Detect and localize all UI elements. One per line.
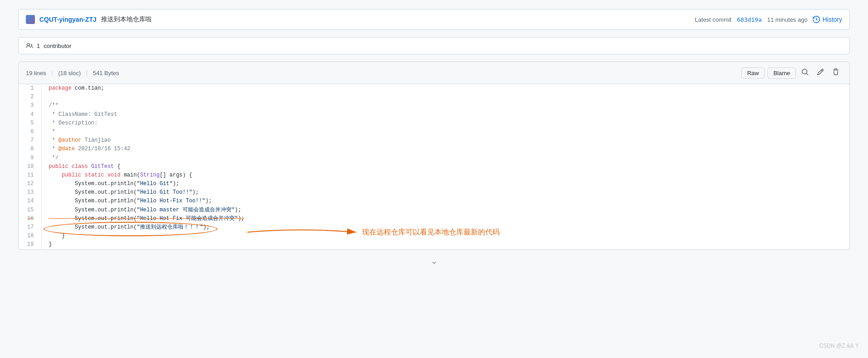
table-row: 7 * @author Tianjiao: [19, 136, 849, 145]
line-number: 5: [19, 119, 41, 128]
table-row: 10public class GitTest {: [19, 162, 849, 171]
line-number: 14: [19, 197, 41, 205]
line-code: System.out.println("Hello master 可能会造成合并…: [41, 206, 849, 215]
code-meta: 19 lines | (18 sloc) | 541 Bytes: [26, 70, 119, 76]
table-row: 11 public static void main(String[] args…: [19, 171, 849, 180]
line-number: 6: [19, 128, 41, 136]
line-number: 4: [19, 110, 41, 119]
line-number: 3: [19, 101, 41, 110]
commit-message: 推送到本地仓库啦: [101, 15, 152, 24]
line-code: public static void main(String[] args) {: [41, 171, 849, 180]
line-number: 18: [19, 232, 41, 240]
code-actions: Raw Blame: [741, 67, 842, 79]
line-code: *: [41, 128, 849, 136]
table-row: 4 * ClassName: GitTest: [19, 110, 849, 119]
table-row: 12 System.out.println("Hello Git");: [19, 180, 849, 188]
line-code: /**: [41, 101, 849, 110]
table-row: 13 System.out.println("Hello Git Too!!")…: [19, 188, 849, 197]
history-icon: [813, 16, 820, 23]
raw-button[interactable]: Raw: [741, 67, 765, 79]
line-code: }: [41, 232, 849, 240]
commit-hash[interactable]: 683d19a: [737, 16, 762, 23]
delete-button[interactable]: [829, 67, 842, 79]
line-code: System.out.println("推送到远程仓库啦！！！");: [41, 223, 849, 232]
file-size: 541 Bytes: [93, 70, 119, 76]
contributor-count: 1: [37, 43, 40, 49]
line-code: System.out.println("Hello Git");: [41, 180, 849, 188]
line-code: System.out.println("Hello Hot-Fix 可能会造成合…: [41, 215, 849, 223]
code-body: 1package com.tian;2 3/**4 * ClassName: G…: [19, 84, 849, 249]
line-number: 13: [19, 188, 41, 197]
table-row: 16 System.out.println("Hello Hot-Fix 可能会…: [19, 215, 849, 223]
line-number: 2: [19, 93, 41, 101]
file-lines: 19 lines: [26, 70, 46, 76]
contributor-label: contributor: [43, 43, 71, 49]
commit-author[interactable]: CQUT-yingyan-ZTJ: [39, 16, 96, 23]
latest-commit-label: Latest commit: [695, 16, 732, 23]
line-code: System.out.println("Hello Git Too!!");: [41, 188, 849, 197]
line-number: 17: [19, 223, 41, 232]
line-number: 12: [19, 180, 41, 188]
history-label: History: [822, 16, 842, 23]
table-row: 5 * Description:: [19, 119, 849, 128]
line-number: 19: [19, 240, 41, 249]
code-viewer: 19 lines | (18 sloc) | 541 Bytes Raw Bla…: [18, 62, 850, 250]
commit-right: Latest commit 683d19a 11 minutes ago His…: [695, 16, 842, 23]
table-row: 3/**: [19, 101, 849, 110]
code-header: 19 lines | (18 sloc) | 541 Bytes Raw Bla…: [19, 62, 849, 84]
line-number: 7: [19, 136, 41, 145]
history-link[interactable]: History: [813, 16, 842, 23]
commit-bar: CQUT-yingyan-ZTJ 推送到本地仓库啦 Latest commit …: [18, 9, 850, 30]
line-number: 11: [19, 171, 41, 180]
contributor-bar: 1 contributor: [18, 37, 850, 54]
line-code: * ClassName: GitTest: [41, 110, 849, 119]
line-code: package com.tian;: [41, 84, 849, 93]
scroll-indicator: ⌄: [18, 250, 850, 272]
table-row: 19}: [19, 240, 849, 249]
line-code: [41, 93, 849, 101]
line-number: 9: [19, 154, 41, 162]
line-code: public class GitTest {: [41, 162, 849, 171]
blame-button[interactable]: Blame: [767, 67, 796, 79]
table-row: 2: [19, 93, 849, 101]
line-code: */: [41, 154, 849, 162]
edit-button[interactable]: [814, 67, 827, 79]
avatar: [26, 15, 35, 24]
line-code: * Description:: [41, 119, 849, 128]
table-row: 15 System.out.println("Hello master 可能会造…: [19, 206, 849, 215]
line-number: 16: [19, 215, 41, 223]
file-sloc: (18 sloc): [58, 70, 81, 76]
trash-icon: [832, 68, 839, 76]
table-row: 17 System.out.println("推送到远程仓库啦！！！");: [19, 223, 849, 232]
table-row: 8 * @date 2021/10/16 15:42: [19, 145, 849, 153]
line-code: }: [41, 240, 849, 249]
table-row: 1package com.tian;: [19, 84, 849, 93]
desktop-icon-button[interactable]: [799, 67, 811, 79]
pencil-icon: [817, 68, 824, 76]
desktop-icon: [801, 68, 809, 76]
table-row: 6 *: [19, 128, 849, 136]
table-row: 14 System.out.println("Hello Hot-Fix Too…: [19, 197, 849, 205]
watermark: CSDN @Z && Y: [820, 343, 859, 349]
line-number: 1: [19, 84, 41, 93]
contributors-icon: [26, 42, 33, 49]
page-container: CQUT-yingyan-ZTJ 推送到本地仓库啦 Latest commit …: [0, 0, 868, 358]
line-number: 10: [19, 162, 41, 171]
line-code: * @author Tianjiao: [41, 136, 849, 145]
commit-time: 11 minutes ago: [767, 16, 808, 23]
line-number: 8: [19, 145, 41, 153]
table-row: 9 */: [19, 154, 849, 162]
line-number: 15: [19, 206, 41, 215]
line-code: System.out.println("Hello Hot-Fix Too!!"…: [41, 197, 849, 205]
commit-left: CQUT-yingyan-ZTJ 推送到本地仓库啦: [26, 15, 152, 24]
line-code: * @date 2021/10/16 15:42: [41, 145, 849, 153]
table-row: 18 }: [19, 232, 849, 240]
code-table: 1package com.tian;2 3/**4 * ClassName: G…: [19, 84, 849, 249]
